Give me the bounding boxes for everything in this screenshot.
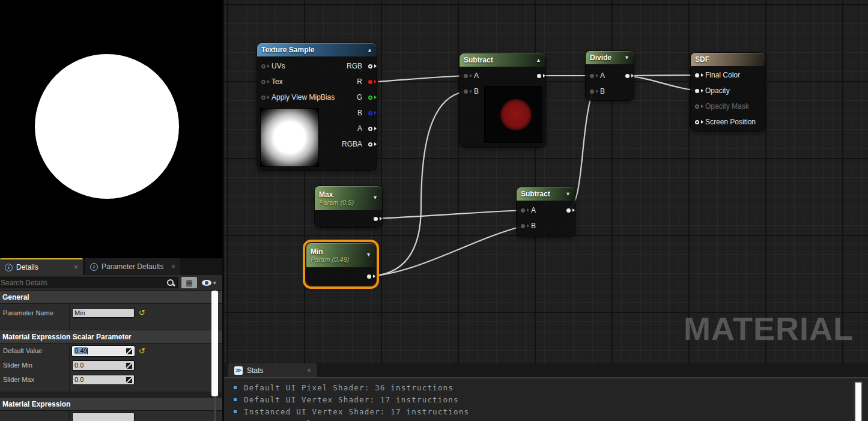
section-material-expression[interactable]: Material Expression (0, 397, 222, 411)
stats-tab-bar: ≫ Stats × (224, 363, 868, 377)
left-panel: i Details × i Parameter Defaults × ▦ ▾ (0, 0, 222, 421)
stats-line: Default UI Vertex Shader: 17 instruction… (224, 393, 868, 405)
slider-min-value: 0.0 (74, 362, 83, 369)
search-icon (166, 279, 175, 287)
node-title: Subtract (521, 190, 550, 198)
pin-output[interactable] (566, 208, 571, 213)
pin-output-b[interactable] (368, 111, 372, 115)
pin-input-a[interactable] (521, 208, 525, 213)
pin-input-tex[interactable] (261, 80, 266, 84)
section-scalar-parameter[interactable]: Material Expression Scalar Parameter (0, 330, 222, 344)
node-subtitle: Param (0.5) (319, 199, 354, 206)
node-title: Divide (590, 53, 612, 62)
view-options-button[interactable]: ▾ (202, 280, 216, 286)
bullet-icon (234, 386, 237, 389)
pin-input-uvs[interactable] (261, 64, 266, 68)
pin-final-color[interactable] (695, 73, 699, 77)
value-slider-icon[interactable] (126, 363, 132, 369)
row-slider-min: Slider Min 0.0 (0, 358, 222, 372)
chevron-down-icon: ▾ (213, 280, 216, 286)
reset-to-default-icon[interactable]: ↺ (139, 347, 145, 355)
pin-input-a[interactable] (464, 74, 468, 78)
close-icon[interactable]: × (307, 367, 311, 374)
details-tab-bar: i Details × i Parameter Defaults × (0, 258, 222, 275)
eye-icon (202, 280, 211, 286)
value-slider-icon[interactable] (126, 348, 132, 354)
node-texture-sample[interactable]: Texture Sample ▲ UVs Tex Apply View MipB… (257, 43, 377, 170)
stats-line: Texture samplers: 4/16 (224, 417, 868, 421)
node-max-param[interactable]: Max Param (0.5) ▼ (315, 186, 382, 227)
material-editor-window: i Details × i Parameter Defaults × ▦ ▾ (0, 0, 868, 421)
pin-output-rgba[interactable] (368, 142, 372, 147)
node-divide[interactable]: Divide ▼ A B (586, 51, 634, 100)
node-subtract-2[interactable]: Subtract ▼ A B (517, 187, 575, 237)
collapse-arrow-icon[interactable]: ▼ (372, 195, 378, 201)
details-scrollbar-thumb[interactable] (211, 291, 218, 396)
wire-divide-to-opacity (625, 76, 700, 91)
row-filler (0, 321, 222, 330)
node-sdf-result[interactable]: SDF Final Color Opacity Opacity Mask Scr… (691, 53, 765, 131)
node-title: Subtract (464, 56, 493, 64)
collapse-arrow-icon[interactable]: ▲ (536, 57, 541, 63)
node-title: Max (319, 190, 333, 199)
expression-field[interactable] (72, 413, 135, 421)
collapse-arrow-icon[interactable]: ▼ (366, 252, 371, 258)
collapse-arrow-icon[interactable]: ▼ (624, 55, 630, 61)
pin-output[interactable] (374, 217, 378, 221)
stats-output[interactable]: Default UI Pixel Shader: 36 instructions… (224, 377, 868, 421)
pin-opacity[interactable] (695, 89, 699, 93)
collapse-arrow-icon[interactable]: ▼ (565, 191, 571, 197)
reset-to-default-icon[interactable]: ↺ (139, 309, 145, 317)
tab-stats[interactable]: ≫ Stats × (228, 363, 317, 377)
preview-sphere (35, 54, 179, 199)
details-search-row: ▦ ▾ (0, 275, 222, 290)
parameter-name-label: Parameter Name (0, 304, 70, 321)
material-graph-canvas[interactable]: MATERIAL Texture Sample ▲ UVs Tex Apply … (224, 0, 868, 363)
slider-min-label: Slider Min (0, 358, 70, 372)
pin-output-rgb[interactable] (368, 64, 372, 68)
collapse-arrow-icon[interactable]: ▲ (367, 47, 372, 53)
pin-output[interactable] (625, 74, 630, 78)
search-input[interactable] (0, 279, 166, 287)
node-title: Min (311, 247, 323, 256)
pin-input-mipbias[interactable] (261, 95, 266, 100)
pin-input-b[interactable] (464, 89, 468, 94)
default-value-field[interactable]: 0.49 (72, 346, 135, 356)
tab-details[interactable]: i Details × (0, 258, 83, 275)
pin-screen-position[interactable] (695, 120, 699, 124)
stats-panel: ≫ Stats × Default UI Pixel Shader: 36 in… (224, 363, 868, 421)
pin-output-a[interactable] (368, 127, 372, 131)
property-matrix-button[interactable]: ▦ (181, 277, 197, 288)
node-min-param-selected[interactable]: Min Param (0.49) ▼ (306, 243, 375, 285)
pin-output[interactable] (537, 74, 541, 78)
node-title: SDF (695, 55, 709, 64)
tab-parameter-defaults[interactable]: i Parameter Defaults × (85, 258, 180, 275)
text-cursor (87, 348, 88, 354)
node-subtract-1[interactable]: Subtract ▲ A B (460, 53, 545, 147)
section-general[interactable]: General (0, 290, 222, 304)
selected-text: 0.49 (74, 347, 87, 354)
pin-input-a[interactable] (590, 74, 594, 78)
stats-line: Default UI Pixel Shader: 36 instructions (224, 381, 868, 393)
stats-scrollbar-thumb[interactable] (855, 382, 862, 421)
value-slider-icon[interactable] (126, 377, 132, 383)
pin-output-g[interactable] (368, 95, 372, 100)
pin-output[interactable] (367, 274, 371, 279)
close-icon[interactable]: × (74, 264, 78, 271)
stats-icon: ≫ (234, 366, 243, 375)
info-icon: i (5, 264, 13, 271)
pin-opacity-mask[interactable] (695, 104, 699, 109)
slider-min-field[interactable]: 0.0 (72, 360, 135, 371)
close-icon[interactable]: × (171, 263, 175, 270)
wire-divide-to-finalcolor (625, 75, 700, 76)
preview-red-circle (500, 99, 532, 130)
slider-max-value: 0.0 (74, 376, 83, 383)
tab-stats-label: Stats (247, 366, 263, 375)
parameter-name-field[interactable] (72, 308, 135, 318)
slider-max-field[interactable]: 0.0 (72, 375, 135, 385)
grid-icon: ▦ (186, 279, 192, 287)
material-preview-viewport[interactable] (0, 0, 222, 258)
pin-input-b[interactable] (590, 89, 594, 94)
pin-input-b[interactable] (521, 224, 525, 228)
pin-output-r[interactable] (368, 80, 372, 84)
